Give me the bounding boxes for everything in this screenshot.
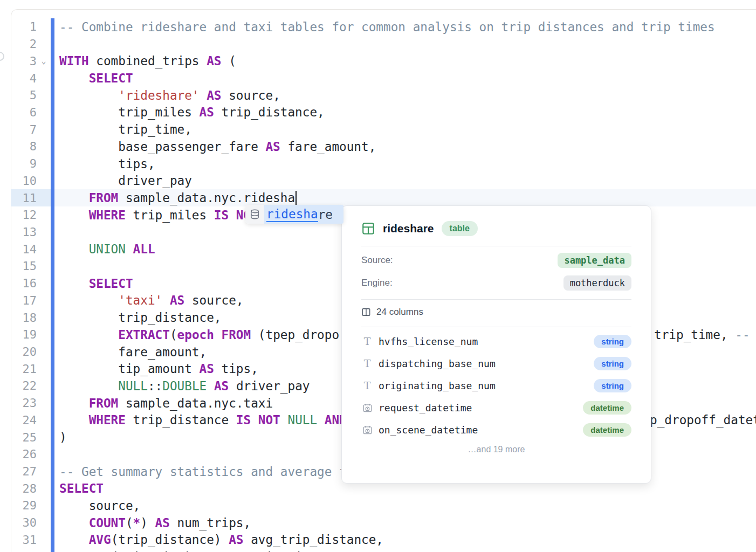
code-token: FROM bbox=[222, 328, 251, 342]
code-token bbox=[59, 533, 89, 547]
line-number: 21 bbox=[11, 362, 37, 376]
source-value-chip: sample_data bbox=[558, 253, 631, 268]
line-number: 3 bbox=[11, 54, 37, 68]
line-number: 11 bbox=[11, 191, 37, 205]
column-row: Tdispatching_base_numstring bbox=[361, 355, 631, 371]
line-gutter: 14 bbox=[11, 240, 51, 258]
code-token: (trip_time) bbox=[111, 550, 200, 552]
code-token: AS bbox=[200, 105, 214, 119]
code-line[interactable]: 10 driver_pay bbox=[11, 172, 756, 189]
code-line-text[interactable]: 'rideshare' AS source, bbox=[54, 87, 756, 104]
line-gutter: 17 bbox=[11, 292, 51, 309]
line-number: 30 bbox=[11, 516, 37, 529]
line-number: 9 bbox=[11, 157, 37, 170]
code-token bbox=[214, 328, 222, 342]
code-token bbox=[59, 328, 118, 342]
code-line-fragment: p_dropoff_datet bbox=[650, 412, 756, 429]
code-line[interactable]: 7 trip_time, bbox=[11, 121, 756, 138]
column-row: Toriginating_base_numstring bbox=[361, 377, 631, 394]
engine-value-chip: motherduck bbox=[563, 275, 631, 291]
code-line[interactable]: 11 FROM sample_data.nyc.ridesha bbox=[11, 189, 756, 206]
table-icon bbox=[361, 222, 375, 236]
code-token: -- Get summary statistics and average f bbox=[59, 465, 347, 479]
code-token: sample_data.nyc.ridesha bbox=[118, 191, 295, 205]
code-token: -- Combine rideshare and taxi tables for… bbox=[59, 20, 715, 34]
columns-count-row: 24 columns bbox=[361, 305, 631, 319]
code-token: 'rideshare' bbox=[118, 88, 199, 102]
code-line[interactable]: 5 'rideshare' AS source, bbox=[11, 87, 756, 104]
code-line[interactable]: 9 tips, bbox=[11, 155, 756, 172]
code-token bbox=[317, 413, 325, 427]
code-line[interactable]: 6 trip_miles AS trip_distance, bbox=[11, 104, 756, 121]
line-number: 20 bbox=[11, 345, 37, 358]
code-line[interactable]: 3⌄WITH combined_trips AS ( bbox=[11, 52, 756, 70]
code-token: AS bbox=[265, 140, 280, 154]
code-line-text[interactable]: trip_miles AS trip_distance, bbox=[54, 104, 756, 121]
code-line-text[interactable]: COUNT(*) AS num_trips, bbox=[54, 514, 756, 532]
code-line[interactable]: 31 AVG(trip_distance) AS avg_trip_distan… bbox=[11, 532, 756, 549]
column-name: on_scene_datetime bbox=[379, 424, 583, 436]
code-token: base_passenger_fare bbox=[59, 140, 265, 154]
code-line[interactable]: 4 SELECT bbox=[11, 70, 756, 87]
autocomplete-suggestion-rideshare[interactable]: rideshare bbox=[245, 205, 343, 224]
code-line-text[interactable]: -- Combine rideshare and taxi tables for… bbox=[54, 18, 756, 36]
code-line-text[interactable]: SELECT bbox=[54, 70, 756, 87]
type-string-icon: T bbox=[361, 380, 373, 391]
line-gutter: 22 bbox=[11, 377, 51, 395]
code-line[interactable]: 1-- Combine rideshare and taxi tables fo… bbox=[11, 18, 756, 36]
code-token: ) bbox=[59, 430, 67, 444]
code-line[interactable]: 32 AVG(trip_time) AS avg_trip_time, bbox=[11, 548, 756, 552]
code-line[interactable]: 30 COUNT(*) AS num_trips, bbox=[11, 514, 756, 532]
code-line-text[interactable]: trip_time, bbox=[54, 121, 756, 138]
code-token bbox=[207, 379, 214, 393]
code-line[interactable]: 8 base_passenger_fare AS fare_amount, bbox=[11, 138, 756, 155]
line-number: 26 bbox=[11, 447, 37, 461]
code-token: :: bbox=[148, 379, 162, 393]
column-name: request_datetime bbox=[379, 402, 583, 413]
line-number: 32 bbox=[11, 550, 37, 552]
code-line-text[interactable]: tips, bbox=[54, 155, 756, 172]
code-token: COUNT bbox=[89, 516, 126, 530]
code-token bbox=[59, 191, 89, 205]
code-line-text[interactable]: AVG(trip_time) AS avg_trip_time, bbox=[54, 548, 756, 552]
line-gutter: 29 bbox=[11, 497, 51, 514]
code-token: source, bbox=[222, 88, 280, 102]
code-line-text[interactable]: AVG(trip_distance) AS avg_trip_distance, bbox=[54, 532, 756, 549]
code-line[interactable]: 2 bbox=[11, 36, 756, 53]
code-line[interactable]: 29 source, bbox=[11, 497, 756, 514]
code-line-text[interactable] bbox=[54, 36, 756, 53]
code-token: p_dropoff_datet bbox=[650, 413, 756, 427]
code-token: trip_miles bbox=[59, 105, 200, 119]
code-token bbox=[59, 293, 118, 307]
line-gutter: 6 bbox=[11, 104, 51, 121]
suggestion-matched-text: ridesha bbox=[266, 207, 318, 222]
code-line-text[interactable]: driver_pay bbox=[54, 172, 756, 189]
line-number: 28 bbox=[11, 482, 37, 495]
fold-chevron-icon[interactable]: ⌄ bbox=[37, 56, 51, 66]
code-line-text[interactable]: WITH combined_trips AS ( bbox=[54, 52, 756, 70]
code-token: SELECT bbox=[89, 277, 133, 291]
code-token bbox=[126, 242, 133, 256]
columns-icon bbox=[361, 307, 371, 317]
code-line-text[interactable]: source, bbox=[54, 497, 756, 514]
code-token: trip_miles bbox=[126, 208, 214, 222]
code-token: AS bbox=[200, 362, 214, 376]
code-token: tip_amount bbox=[59, 362, 200, 376]
code-token: trip_distance, bbox=[59, 310, 222, 325]
line-gutter: 19 bbox=[11, 326, 51, 343]
column-type-badge: datetime bbox=[583, 423, 631, 437]
code-line-text[interactable]: FROM sample_data.nyc.ridesha bbox=[54, 189, 756, 206]
divider bbox=[361, 299, 631, 300]
column-type-badge: string bbox=[594, 379, 631, 392]
line-gutter: 25 bbox=[11, 429, 51, 446]
line-gutter: 13 bbox=[11, 224, 51, 241]
panel-handle[interactable] bbox=[0, 52, 4, 61]
code-token: trip_time, bbox=[654, 328, 735, 342]
code-token: source, bbox=[184, 293, 243, 307]
line-gutter: 12 bbox=[11, 206, 51, 224]
line-gutter: 21 bbox=[11, 360, 51, 377]
type-datetime-icon bbox=[361, 403, 373, 413]
line-gutter: 28 bbox=[11, 480, 51, 497]
code-line-text[interactable]: base_passenger_fare AS fare_amount, bbox=[54, 138, 756, 155]
line-number: 18 bbox=[11, 311, 37, 325]
